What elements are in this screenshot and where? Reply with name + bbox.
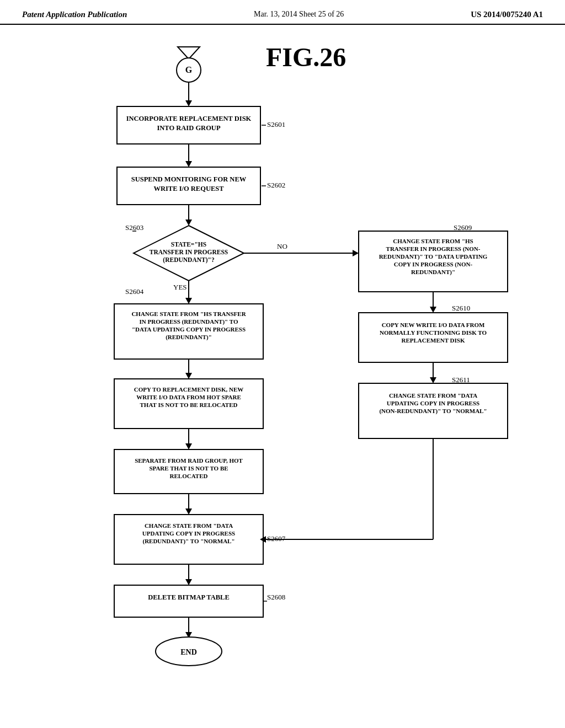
box-2602-text1: SUSPEND MONITORING FOR NEW (131, 175, 247, 183)
arrowhead-10 (430, 377, 436, 383)
diamond-2603-text1: STATE="HS (171, 241, 206, 248)
step-2608: S2608 (267, 593, 285, 601)
arrowhead-3 (185, 220, 192, 226)
box-2605-t3: THAT IS NOT TO BE RELOCATED (140, 402, 238, 408)
step-2604-label: S2604 (125, 287, 144, 296)
connector-label: G (185, 65, 193, 74)
box-2604-t1: CHANGE STATE FROM "HS TRANSFER (131, 311, 246, 317)
diamond-2603-text2: TRANSFER IN PROGRESS (150, 249, 228, 255)
arrowhead-1 (185, 100, 192, 106)
fig-title: FIG.26 (266, 42, 346, 72)
step-2603: S2603 (125, 223, 143, 232)
box-2604-t2: IN PROGRESS (REDUNDANT)" TO (140, 318, 238, 325)
step-2610: S2610 (452, 304, 470, 312)
arrowhead-2 (185, 161, 192, 167)
box-2604-t4: (REDUNDANT)" (166, 334, 212, 341)
header-left: Patent Application Publication (22, 10, 127, 19)
page-header: Patent Application Publication Mar. 13, … (0, 0, 565, 25)
step-2609: S2609 (454, 223, 472, 232)
box-2606 (114, 449, 263, 494)
box-2601-text1: INCORPORATE REPLACEMENT DISK (126, 115, 252, 122)
box-2608-t1: DELETE BITMAP TABLE (148, 593, 230, 601)
box-2601-text2: INTO RAID GROUP (157, 124, 220, 132)
step-2611: S2611 (452, 376, 470, 384)
box-2609-t5: REDUNDANT)" (411, 269, 455, 276)
arrowhead-no (353, 250, 359, 256)
page-content: FIG.26 G INCORPORATE REPLACEMENT DISK IN… (0, 25, 565, 687)
diamond-2603-text3: (REDUNDANT)"? (163, 256, 215, 264)
box-2609-t1: CHANGE STATE FROM "HS (393, 238, 473, 244)
arrowhead-7 (185, 508, 192, 515)
box-2609-t4: COPY IN PROGRESS (NON- (394, 261, 473, 268)
box-2606-t1: SEPARATE FROM RAID GROUP, HOT (135, 457, 243, 464)
yes-label: YES (173, 283, 187, 291)
box-2611-t1: CHANGE STATE FROM "DATA (389, 392, 477, 399)
box-2609-t2: TRANSFER IN PROGRESS (NON- (386, 245, 481, 253)
box-2607-t2: UPDATING COPY IN PROGRESS (142, 530, 235, 537)
arrowhead-9 (430, 307, 436, 313)
box-2607-t3: (REDUNDANT)" TO "NORMAL" (142, 538, 234, 545)
box-2607-t1: CHANGE STATE FROM "DATA (145, 522, 233, 529)
box-2604-t3: "DATA UPDATING COPY IN PROGRESS (132, 326, 246, 333)
arrowhead-4 (185, 298, 192, 304)
box-2610-t2: NORMALLY FUNCTIONING DISK TO (380, 329, 487, 336)
no-label: NO (277, 242, 287, 250)
flowchart-svg: FIG.26 G INCORPORATE REPLACEMENT DISK IN… (34, 36, 531, 676)
step-2607: S2607 (267, 534, 286, 543)
connector-triangle (178, 47, 200, 59)
box-2611-t3: (NON-REDUNDANT)" TO "NORMAL" (379, 408, 487, 415)
arrowhead-5 (185, 373, 192, 379)
header-right: US 2014/0075240 A1 (471, 10, 543, 19)
box-2608 (114, 585, 263, 617)
header-center: Mar. 13, 2014 Sheet 25 of 26 (254, 10, 344, 19)
step-2601: S2601 (267, 120, 285, 129)
step-2602: S2602 (267, 181, 285, 189)
box-2606-t3: RELOCATED (170, 473, 208, 479)
end-label: END (180, 648, 197, 656)
box-2606-t2: SPARE THAT IS NOT TO BE (149, 465, 228, 472)
box-2602-text2: WRITE I/O REQUEST (153, 185, 224, 192)
flowchart-container: FIG.26 G INCORPORATE REPLACEMENT DISK IN… (33, 36, 532, 676)
box-2605-t1: COPY TO REPLACEMENT DISK, NEW (134, 386, 244, 393)
box-2611-t2: UPDATING COPY IN PROGRESS (387, 400, 479, 406)
box-2609-t3: REDUNDANT)" TO "DATA UPDATING (379, 253, 488, 260)
box-2610-t3: REPLACEMENT DISK (401, 337, 465, 344)
arrowhead-6 (185, 443, 192, 449)
arrowhead-8 (185, 579, 192, 585)
box-2605-t2: WRITE I/O DATA FROM HOT SPARE (136, 394, 241, 400)
box-2610-t1: COPY NEW WRITE I/O DATA FROM (382, 322, 485, 328)
